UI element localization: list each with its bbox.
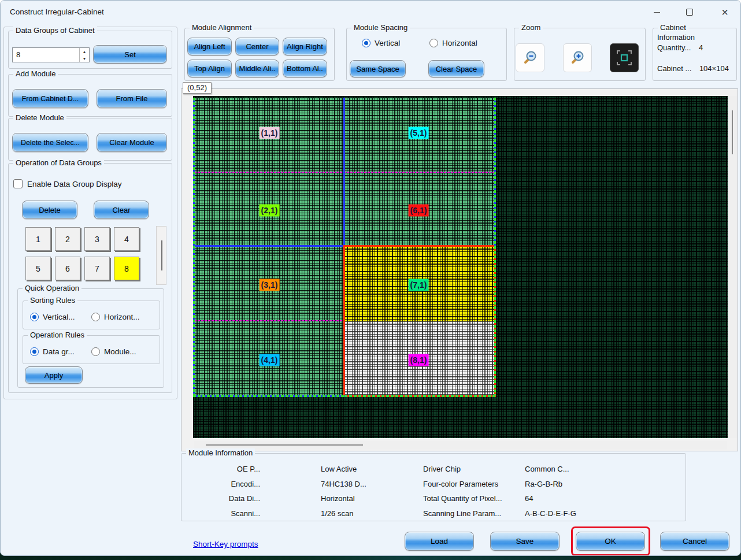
data-groups-count-input[interactable]: 8 ▲ ▼ [12,47,90,62]
cabinet-information-subtitle: Information [657,33,695,42]
align-left-button[interactable]: Align Left [187,38,232,55]
align-right-button[interactable]: Align Right [283,38,327,55]
data-group-button-7[interactable]: 7 [84,257,110,280]
module-badge-2-1[interactable]: (2,1) [260,205,280,217]
data-group-scrollbar-thumb[interactable] [161,240,162,270]
module-info-row: OE P...Low Active [185,462,416,477]
module-badge-8-1[interactable]: (8,1) [409,354,429,366]
fit-view-button[interactable] [610,43,639,72]
data-group-button-5[interactable]: 5 [25,257,51,280]
maximize-button[interactable] [676,1,703,24]
rules-data-group-option[interactable]: Data gr... [30,347,75,356]
add-module-title: Add Module [13,69,58,78]
zoom-title: Zoom [519,23,543,32]
operation-rules-section: Operation Rules Data gr...Module... [23,335,160,364]
module-info-label: Total Quantity of Pixel... [423,494,524,503]
operation-title: Operation of Data Groups [13,158,104,167]
module-info-label: Data Di... [185,494,260,503]
module-information-title: Module Information [186,448,255,457]
sorting-vertical-option[interactable]: Vertical... [30,313,75,321]
spinner-arrows[interactable]: ▲ ▼ [79,48,89,62]
module-info-value: Common C... [525,465,569,473]
module-info-row: Four-color ParametersRa-G-B-Rb [423,477,683,492]
module-area-edge-right-bottom [494,246,496,397]
spacing-horizontal-radio[interactable] [429,39,438,47]
data-groups-count-value: 8 [13,48,79,62]
spacing-vertical-label: Vertical [375,39,400,47]
canvas-vertical-scrollbar[interactable] [728,96,737,438]
enable-data-group-display-checkbox[interactable] [13,179,23,188]
module-info-label: Driver Chip [423,465,524,473]
module-spacing-section: Module Spacing Same Space Clear Space Ve… [346,28,507,81]
clear-module-button[interactable]: Clear Module [97,133,167,152]
module-badge-6-1[interactable]: (6,1) [409,205,429,217]
data-group-button-3[interactable]: 3 [84,227,110,251]
short-key-prompts-link[interactable]: Short-Key prompts [193,540,258,548]
zoom-out-icon [521,49,539,66]
same-space-button[interactable]: Same Space [350,60,406,77]
data-group-button-6[interactable]: 6 [55,257,80,280]
sorting-vertical-radio[interactable] [30,313,39,321]
data-group-number-grid: 12345678 [25,227,154,280]
coordinate-tooltip: (0,52) [183,82,212,94]
data-group-button-4[interactable]: 4 [114,227,139,251]
canvas-horizontal-scrollbar[interactable] [194,441,727,450]
spinner-up-icon[interactable]: ▲ [80,48,89,55]
data-group-button-1[interactable]: 1 [25,227,51,251]
canvas-vertical-scrollbar-thumb[interactable] [732,110,733,154]
canvas-horizontal-scrollbar-thumb[interactable] [206,444,363,446]
sorting-vertical-label: Vertical... [43,313,75,321]
module-info-value: A-B-C-D-E-F-G [525,509,576,518]
sorting-horizontal-option[interactable]: Horizont... [91,313,140,321]
rules-module-radio[interactable] [91,347,100,356]
load-button[interactable]: Load [405,532,474,551]
module-info-value: 74HC138 D... [321,480,366,488]
module-badge-1-1[interactable]: (1,1) [260,127,280,139]
rules-data-group-radio[interactable] [30,347,39,356]
center-button[interactable]: Center [235,38,279,55]
data-group-button-2[interactable]: 2 [55,227,80,251]
set-button[interactable]: Set [93,45,167,64]
delete-data-group-button[interactable]: Delete [22,201,77,219]
module-info-value: Ra-G-B-Rb [525,480,562,488]
module-information-left-column: OE P...Low ActiveEncodi...74HC138 D...Da… [185,462,416,521]
rules-module-option[interactable]: Module... [91,347,136,356]
module-info-label: Scanning Line Param... [423,509,524,518]
close-button[interactable]: × [712,1,738,24]
cabinet-quantity-value: 4 [699,43,703,52]
apply-button[interactable]: Apply [25,366,83,384]
module-layout-canvas[interactable]: (1,1)(5,1)(2,1)(6,1)(3,1)(7,1)(4,1)(8,1) [193,96,728,438]
bottom-al-button[interactable]: Bottom Al.. [283,60,327,77]
module-badge-7-1[interactable]: (7,1) [409,279,429,291]
middle-ali-button[interactable]: Middle Ali.. [235,60,279,77]
ok-button[interactable]: OK [576,532,645,551]
spacing-horizontal-option[interactable]: Horizontal [429,39,477,47]
module-information-section: Module Information OE P...Low ActiveEnco… [181,453,686,521]
module-badge-4-1[interactable]: (4,1) [260,354,280,366]
from-file-button[interactable]: From File [97,89,167,108]
minimize-button[interactable] [643,1,670,24]
sorting-horizontal-radio[interactable] [91,313,100,321]
rules-data-group-label: Data gr... [43,347,75,356]
zoom-in-button[interactable] [563,43,592,72]
module-info-value: 1/26 scan [321,509,353,518]
titlebar[interactable]: Construct Irregular-Cabinet × [1,1,740,24]
cancel-button[interactable]: Cancel [660,532,729,551]
zoom-out-button[interactable] [516,43,544,72]
from-cabinet-database-button[interactable]: From Cabinet D... [12,89,88,108]
module-info-label: OE P... [185,465,260,473]
maximize-icon [686,9,693,16]
module-badge-3-1[interactable]: (3,1) [260,279,280,291]
data-group-button-8[interactable]: 8 [114,257,139,280]
top-align-button[interactable]: Top Align [187,60,232,77]
save-button[interactable]: Save [490,532,560,551]
spinner-down-icon[interactable]: ▼ [80,55,89,62]
delete-selected-button[interactable]: Delete the Selec... [12,133,88,152]
spacing-vertical-option[interactable]: Vertical [362,39,400,47]
clear-data-group-button[interactable]: Clear [94,201,149,219]
data-group-scrollbar[interactable] [156,226,166,285]
module-badge-5-1[interactable]: (5,1) [409,127,429,139]
clear-space-button[interactable]: Clear Space [428,60,484,77]
spacing-vertical-radio[interactable] [362,39,370,47]
selection-line-red-vertical [343,245,345,397]
